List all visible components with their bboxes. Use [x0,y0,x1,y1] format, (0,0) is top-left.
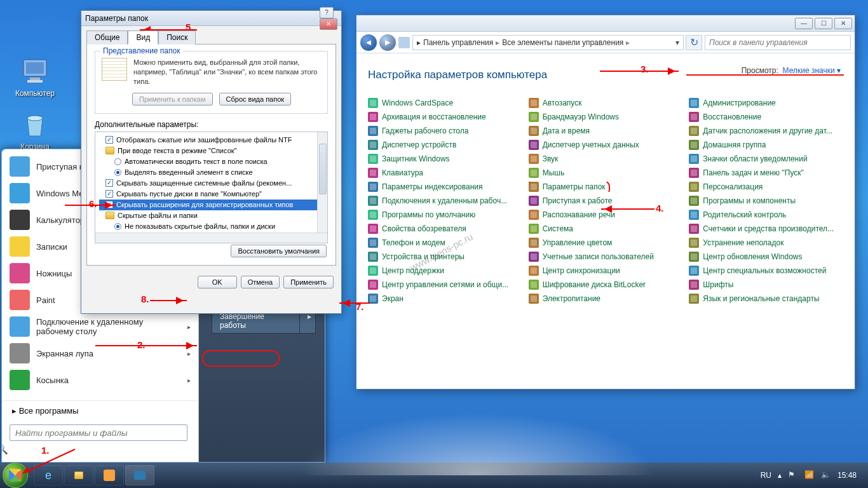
fo-titlebar[interactable]: Параметры папок ? ✕ [81,11,341,26]
clock[interactable]: 15:48 [837,471,857,480]
desktop-icon-computer[interactable]: Компьютер [10,56,60,98]
radio[interactable] [114,223,121,230]
adv-option[interactable]: Скрытые файлы и папки [99,210,325,221]
cp-item[interactable]: Центр синхронизации [529,266,683,276]
close-button[interactable]: ✕ [834,18,852,29]
breadcrumb[interactable]: ▸ Панель управления▸ Все элементы панели… [412,35,684,50]
network-icon[interactable]: 📶 [804,470,815,480]
cp-item[interactable]: Телефон и модем [368,238,522,248]
tab-view[interactable]: Вид [128,30,158,44]
cp-item[interactable]: Учетные записи пользователей [529,252,683,262]
taskbar-ie[interactable]: e [34,465,63,485]
cp-item[interactable]: Звук [529,154,683,164]
close-button[interactable]: ✕ [320,18,337,30]
crumb-item[interactable]: Панель управления [423,38,493,47]
minimize-button[interactable]: — [795,18,813,29]
cp-item[interactable]: Клавиатура [368,168,522,178]
radio[interactable] [114,169,121,176]
cp-view-selector[interactable]: Просмотр: Мелкие значки ▾ [742,66,841,75]
cp-item[interactable]: Центр специальных возможностей [689,266,843,276]
cp-titlebar[interactable]: — ☐ ✕ [356,15,855,32]
cp-item[interactable]: Программы по умолчанию [368,210,522,220]
cp-item[interactable]: Администрирование [689,98,843,108]
cp-item[interactable]: Параметры папок [529,182,683,192]
cp-item[interactable]: Подключения к удаленным рабоч... [368,196,522,206]
help-button[interactable]: ? [320,7,334,18]
crumb-item[interactable]: Все элементы панели управления [502,38,623,47]
cp-item[interactable]: Брандмауэр Windows [529,112,683,122]
start-item[interactable]: Косынка▸ [3,367,197,393]
view-value[interactable]: Мелкие значки [783,66,835,75]
tab-general[interactable]: Общие [86,30,128,44]
cp-item[interactable]: Центр поддержки [368,266,522,276]
cp-item[interactable]: Windows CardSpace [368,98,522,108]
flag-icon[interactable]: ⚑ [788,470,798,480]
adv-option[interactable]: Не показывать скрытые файлы, папки и дис… [99,221,325,232]
cp-item[interactable]: Счетчики и средства производител... [689,224,843,234]
radio[interactable] [114,158,121,165]
hscrollbar[interactable] [95,233,327,243]
cp-item[interactable]: Программы и компоненты [689,196,843,206]
apply-to-folders-button[interactable]: Применить к папкам [132,93,213,105]
cp-item[interactable]: Автозапуск [529,98,683,108]
cp-item[interactable]: Родительский контроль [689,210,843,220]
start-item[interactable]: Подключение к удаленному рабочему столу▸ [3,313,197,340]
cp-item[interactable]: Устройства и принтеры [368,252,522,262]
start-button[interactable] [3,463,28,488]
forward-button[interactable]: ► [379,34,396,51]
adv-option[interactable]: ✓Скрывать пустые диски в папке "Компьюте… [99,189,325,200]
maximize-button[interactable]: ☐ [815,18,832,29]
cp-item[interactable]: Язык и региональные стандарты [689,294,843,304]
cp-item[interactable]: Экран [368,294,522,304]
cp-item[interactable]: Мышь [529,168,683,178]
taskbar-explorer[interactable] [64,465,93,485]
cp-item[interactable]: Значки области уведомлений [689,154,843,164]
cp-item[interactable]: Устранение неполадок [689,238,843,248]
cp-item[interactable]: Шрифты [689,280,843,290]
cp-item[interactable]: Система [529,224,683,234]
cp-item[interactable]: Приступая к работе [529,196,683,206]
cp-item[interactable]: Персонализация [689,182,843,192]
cp-item[interactable]: Электропитание [529,294,683,304]
cp-item[interactable]: Управление цветом [529,238,683,248]
cp-item[interactable]: Свойства обозревателя [368,224,522,234]
lang-indicator[interactable]: RU [761,471,771,480]
adv-option[interactable]: При вводе текста в режиме "Список" [99,146,325,156]
cp-item[interactable]: Гаджеты рабочего стола [368,126,522,136]
vscrollbar[interactable] [317,132,327,233]
cp-item[interactable]: Архивация и восстановление [368,112,522,122]
checkbox[interactable]: ✓ [105,190,113,198]
cp-item[interactable]: Панель задач и меню ''Пуск'' [689,168,843,178]
taskbar-app[interactable] [125,465,154,485]
checkbox[interactable]: ✓ [105,136,113,144]
adv-option[interactable]: ✓Скрывать расширения для зарегистрирован… [99,200,325,210]
restore-defaults-button[interactable]: Восстановить умолчания [231,245,327,257]
volume-icon[interactable]: 🔈 [821,470,831,480]
apply-button[interactable]: Применить [283,276,334,288]
adv-option[interactable]: ✓Скрывать защищенные системные файлы (ре… [99,178,325,189]
cp-item[interactable]: Центр обновления Windows [689,252,843,262]
cp-item[interactable]: Шифрование диска BitLocker [529,280,683,290]
start-item[interactable]: Экранная лупа▸ [3,340,197,367]
checkbox[interactable]: ✓ [105,179,113,187]
cp-item[interactable]: Диспетчер устройств [368,140,522,150]
ok-button[interactable]: OK [198,276,237,288]
refresh-button[interactable]: ↻ [686,35,702,50]
cp-item[interactable]: Центр управления сетями и общи... [368,280,522,290]
adv-option[interactable]: Автоматически вводить текст в поле поиск… [99,156,325,167]
cp-item[interactable]: Восстановление [689,112,843,122]
desktop-icon-recycle[interactable]: Корзина [10,109,60,151]
cp-item[interactable]: Дата и время [529,126,683,136]
cp-search-input[interactable] [705,35,851,50]
reset-folders-button[interactable]: Сброс вида папок [219,93,292,105]
cp-item[interactable]: Защитник Windows [368,154,522,164]
advanced-tree[interactable]: ✓Отображать сжатые или зашифрованные фай… [95,132,327,243]
tray-chevron-icon[interactable]: ▴ [778,471,782,480]
cp-item[interactable]: Параметры индексирования [368,182,522,192]
back-button[interactable]: ◄ [360,34,377,51]
cp-item[interactable]: Диспетчер учетных данных [529,140,683,150]
taskbar-wmp[interactable] [95,465,124,485]
cp-item[interactable]: Датчик расположения и другие дат... [689,126,843,136]
tab-search[interactable]: Поиск [158,30,196,44]
cp-item[interactable]: Домашняя группа [689,140,843,150]
